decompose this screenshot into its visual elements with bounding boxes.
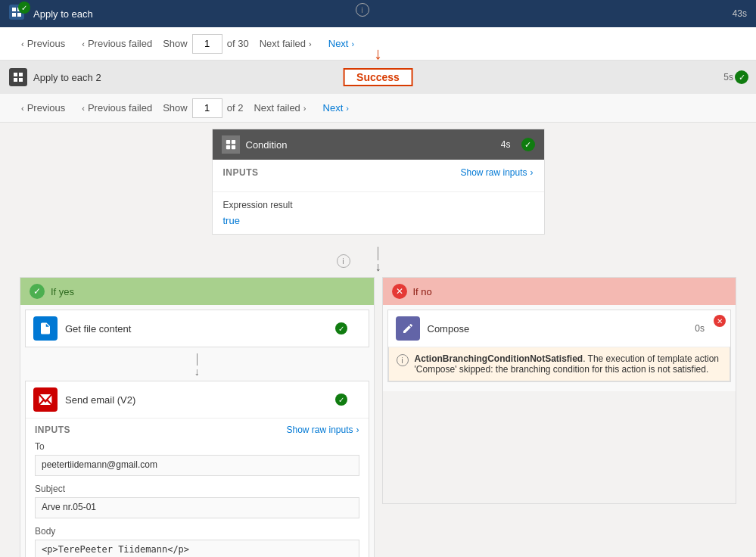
send-email-check: ✓ [335, 394, 347, 406]
svg-rect-2 [12, 13, 16, 17]
chevron-left-icon-4: ‹ [82, 104, 85, 113]
svg-rect-6 [14, 78, 17, 82]
body-value: <p>TerePeeter Tiidemann</p> [35, 540, 359, 557]
show-input-1[interactable] [192, 34, 222, 54]
condition-block: Condition 4s ✓ INPUTS Show raw inputs › … [212, 129, 545, 235]
to-field-group: To peetertiidemann@gmail.com [35, 441, 359, 476]
if-yes-check-icon: ✓ [30, 284, 45, 299]
branch-connector: i ↓ [25, 352, 369, 381]
compose-time: 0s [695, 323, 705, 334]
if-yes-label: If yes [51, 286, 74, 297]
send-email-block: Send email (V2) 1s ✓ INPUTS Show raw inp… [25, 381, 369, 557]
subject-value: Arve nr.05-01 [35, 497, 359, 518]
send-email-header: Send email (V2) 1s ✓ [26, 381, 369, 418]
svg-rect-11 [231, 145, 235, 149]
top-bar-time: 43s [733, 8, 747, 19]
connector-line [378, 247, 378, 260]
get-file-content-block: Get file content 1s ✓ [25, 310, 369, 347]
compose-info-icon: i [397, 354, 409, 366]
condition-time: 4s [501, 139, 511, 150]
branch-info-icon: i [356, 3, 369, 17]
compose-warning: i ActionBranchingConditionNotSatisfiedAc… [388, 347, 731, 381]
show-label-1: Show [163, 38, 188, 49]
send-email-inputs-label: INPUTS [35, 425, 70, 435]
to-value: peetertiidemann@gmail.com [35, 455, 359, 476]
apply-to-each-2-title: Apply to each 2 [33, 72, 101, 83]
compose-title: Compose [428, 323, 695, 335]
condition-title: Condition [246, 139, 288, 151]
get-file-content-check: ✓ [335, 322, 347, 335]
get-file-content-title: Get file content [65, 323, 336, 335]
previous-failed-button-1[interactable]: ‹ Previous failed [76, 35, 158, 52]
get-file-content-icon [33, 316, 58, 341]
chevron-left-icon-3: ‹ [21, 104, 24, 113]
condition-check: ✓ [521, 138, 535, 151]
send-email-title: Send email (V2) [65, 394, 336, 406]
condition-icon [222, 135, 240, 154]
show-input-2[interactable] [192, 98, 222, 118]
send-email-icon [33, 387, 58, 412]
chevron-right-icon-2: › [351, 39, 354, 48]
if-no-branch: ✕ If no Compose 0s ✕ [382, 277, 737, 504]
if-yes-header: ✓ If yes [20, 278, 374, 305]
next-button-2[interactable]: Next › [317, 99, 355, 117]
inputs-section: INPUTS Show raw inputs › [213, 160, 544, 192]
to-label: To [35, 441, 359, 452]
chevron-right-icon-4: › [346, 104, 349, 113]
svg-rect-7 [19, 78, 23, 82]
compose-block: Compose 0s ✕ i ActionBranchingConditionN… [387, 310, 732, 382]
svg-rect-4 [14, 73, 17, 76]
chevron-right-icon-5: › [530, 167, 534, 178]
of-label-1: of 30 [227, 38, 249, 49]
if-no-body: Compose 0s ✕ i ActionBranchingConditionN… [383, 305, 736, 391]
svg-rect-0 [12, 8, 16, 11]
condition-header: Condition 4s ✓ [213, 129, 544, 160]
apply-to-each-2-icon [9, 68, 27, 86]
inputs-header: INPUTS Show raw inputs › [223, 167, 534, 178]
chevron-left-icon-2: ‹ [82, 39, 85, 48]
apply-to-each-2-header: Apply to each 2 ↓ Success 5s ✓ [0, 61, 756, 94]
inputs-label: INPUTS [223, 167, 259, 178]
top-bar-title: Apply to each [33, 8, 93, 20]
expression-section: Expression result true [213, 192, 544, 234]
compose-icon [396, 316, 420, 341]
if-no-x-icon: ✕ [392, 284, 407, 299]
svg-rect-5 [19, 73, 23, 76]
down-arrow-icon: ↓ [375, 260, 381, 274]
send-email-show-raw-btn[interactable]: Show raw inputs › [286, 425, 359, 435]
body-field-group: Body <p>TerePeeter Tiidemann</p> [35, 526, 359, 557]
previous-button-2[interactable]: ‹ Previous [15, 99, 71, 117]
compose-warning-code: ActionBranchingConditionNotSatisfied [415, 353, 583, 364]
apply-time: 5s [723, 72, 733, 82]
expression-value: true [223, 215, 534, 226]
top-bar-success-badge: ✓ [18, 2, 30, 14]
chevron-right-icon-6: › [356, 425, 359, 435]
next-failed-button-2[interactable]: Next failed › [247, 99, 312, 117]
top-bar: ✓ Apply to each 43s [0, 0, 756, 27]
if-no-header: ✕ If no [383, 278, 736, 305]
if-yes-branch: ✓ If yes Get file content 1s ✓ [20, 277, 375, 557]
compose-x-badge: ✕ [714, 315, 726, 327]
apply-success-check: ✓ [735, 70, 748, 84]
svg-rect-8 [226, 140, 229, 144]
of-label-2: of 2 [227, 102, 244, 114]
chevron-right-icon-1: › [309, 39, 312, 48]
expression-label: Expression result [223, 200, 534, 210]
show-raw-inputs-btn[interactable]: Show raw inputs › [460, 167, 533, 178]
branches-row: ✓ If yes Get file content 1s ✓ [12, 277, 744, 557]
show-label-2: Show [163, 102, 188, 114]
red-arrow: ↓ [374, 45, 382, 62]
svg-rect-9 [231, 140, 235, 144]
subject-label: Subject [35, 484, 359, 494]
svg-rect-3 [17, 13, 21, 17]
next-failed-button-1[interactable]: Next failed › [254, 35, 318, 52]
send-email-body: INPUTS Show raw inputs › To peetertiidem… [26, 418, 369, 557]
body-label: Body [35, 526, 359, 537]
compose-warning-text: ActionBranchingConditionNotSatisfiedActi… [415, 353, 723, 375]
previous-failed-button-2[interactable]: ‹ Previous failed [76, 99, 158, 117]
next-button-1[interactable]: Next › [322, 35, 360, 52]
chevron-right-icon-3: › [303, 104, 306, 113]
previous-button-1[interactable]: ‹ Previous [15, 35, 71, 52]
subject-field-group: Subject Arve nr.05-01 [35, 484, 359, 518]
success-badge: Success [343, 68, 413, 86]
